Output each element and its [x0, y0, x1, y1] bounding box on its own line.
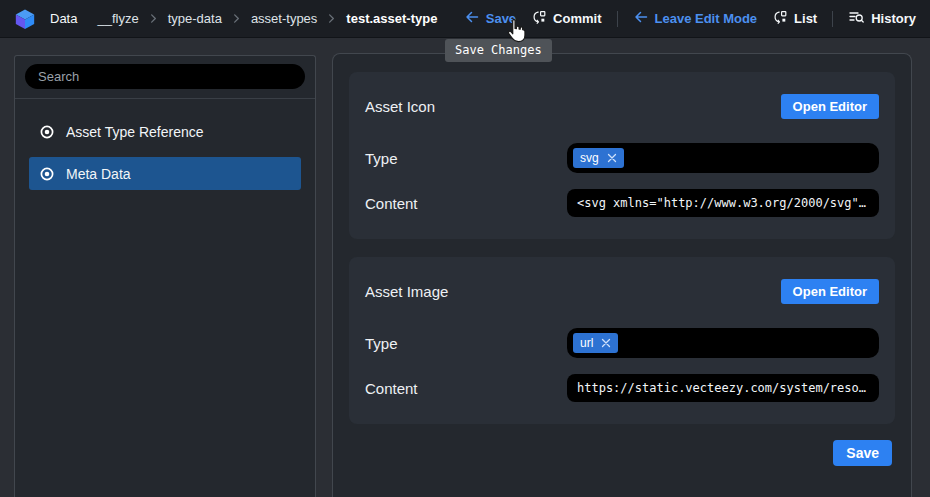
save-button-label: Save	[486, 11, 516, 26]
section-asset-image: Asset Image Open Editor Type url Content…	[349, 257, 895, 424]
list-branch-icon	[772, 9, 788, 28]
content-label: Content	[365, 380, 418, 397]
section-asset-icon: Asset Icon Open Editor Type svg Content …	[349, 72, 895, 239]
sidebar-item-meta-data[interactable]: Meta Data	[29, 157, 301, 190]
topbar-divider	[832, 11, 833, 27]
open-editor-button[interactable]: Open Editor	[781, 279, 879, 304]
tag-remove-icon[interactable]	[601, 338, 611, 348]
content-value-input[interactable]: <svg xmlns="http://www.w3.org/2000/svg"…	[567, 189, 879, 217]
type-tag-text: svg	[580, 151, 599, 165]
content-value-input[interactable]: https://static.vecteezy.com/system/reso…	[567, 374, 879, 402]
chevron-right-icon	[148, 13, 159, 24]
type-label: Type	[365, 335, 398, 352]
save-tooltip: Save Changes	[445, 39, 552, 62]
type-label: Type	[365, 150, 398, 167]
save-button[interactable]: Save	[464, 9, 516, 28]
sidebar-nav: Asset Type Reference Meta Data	[15, 99, 315, 215]
history-search-icon	[848, 9, 865, 28]
section-title: Asset Icon	[365, 98, 435, 115]
tag-remove-icon[interactable]	[607, 153, 617, 163]
type-tag-input[interactable]: svg	[567, 143, 879, 173]
list-button[interactable]: List	[772, 9, 817, 28]
breadcrumb-item-current[interactable]: test.asset-type	[346, 11, 437, 26]
main-panel: Asset Icon Open Editor Type svg Content …	[332, 53, 912, 497]
sidebar: Asset Type Reference Meta Data	[14, 55, 316, 497]
commit-icon	[531, 9, 547, 28]
sidebar-search-wrap	[15, 56, 315, 99]
arrow-left-icon	[633, 9, 649, 28]
record-circle-icon	[39, 166, 55, 182]
type-tag: svg	[573, 148, 624, 168]
chevron-right-icon	[326, 13, 337, 24]
form-save-button[interactable]: Save	[833, 440, 892, 466]
breadcrumb-item-asset-types[interactable]: asset-types	[251, 11, 317, 26]
type-tag: url	[573, 333, 618, 353]
breadcrumb-item-type-data[interactable]: type-data	[168, 11, 222, 26]
breadcrumb-item-flyze[interactable]: __flyze	[97, 11, 138, 26]
sidebar-item-label: Asset Type Reference	[66, 124, 203, 140]
top-navigation-bar: Data __flyze type-data asset-types test.…	[0, 0, 930, 37]
topbar-actions: Save Commit Leave Edit Mode List History	[464, 9, 916, 28]
topbar-divider	[617, 11, 618, 27]
section-title: Asset Image	[365, 283, 448, 300]
leave-edit-mode-label: Leave Edit Mode	[655, 11, 758, 26]
commit-button-label: Commit	[553, 11, 601, 26]
app-logo-cube-icon[interactable]	[14, 8, 36, 30]
record-circle-icon	[39, 124, 55, 140]
leave-edit-mode-button[interactable]: Leave Edit Mode	[633, 9, 758, 28]
history-button[interactable]: History	[848, 9, 916, 28]
search-input[interactable]	[25, 64, 305, 89]
type-tag-input[interactable]: url	[567, 328, 879, 358]
list-button-label: List	[794, 11, 817, 26]
arrow-left-icon	[464, 9, 480, 28]
app-title[interactable]: Data	[50, 11, 77, 26]
open-editor-button[interactable]: Open Editor	[781, 94, 879, 119]
breadcrumb: __flyze type-data asset-types test.asset…	[97, 11, 437, 26]
content-label: Content	[365, 195, 418, 212]
history-button-label: History	[871, 11, 916, 26]
type-tag-text: url	[580, 336, 593, 350]
commit-button[interactable]: Commit	[531, 9, 601, 28]
sidebar-item-label: Meta Data	[66, 166, 131, 182]
chevron-right-icon	[231, 13, 242, 24]
save-row: Save	[333, 440, 892, 466]
sidebar-item-asset-type-reference[interactable]: Asset Type Reference	[29, 115, 301, 148]
